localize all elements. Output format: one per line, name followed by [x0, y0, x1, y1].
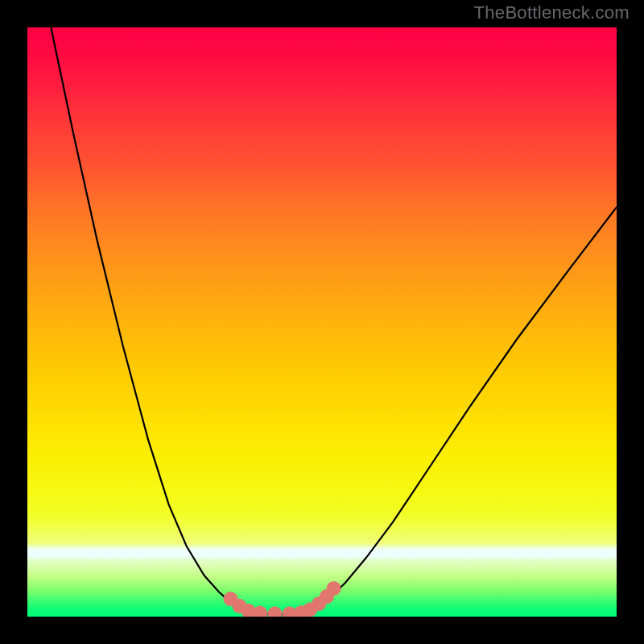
chart-svg	[27, 27, 617, 617]
chart-plot-area	[27, 27, 617, 617]
chart-marker-dot	[267, 606, 282, 617]
chart-curve	[51, 27, 617, 614]
outer-frame: TheBottleneck.com	[0, 0, 644, 644]
chart-marker-dot	[253, 606, 267, 617]
chart-marker-dot	[327, 581, 341, 596]
chart-curve-group	[51, 27, 617, 614]
watermark-text: TheBottleneck.com	[474, 2, 630, 23]
chart-marker-group	[224, 581, 341, 617]
